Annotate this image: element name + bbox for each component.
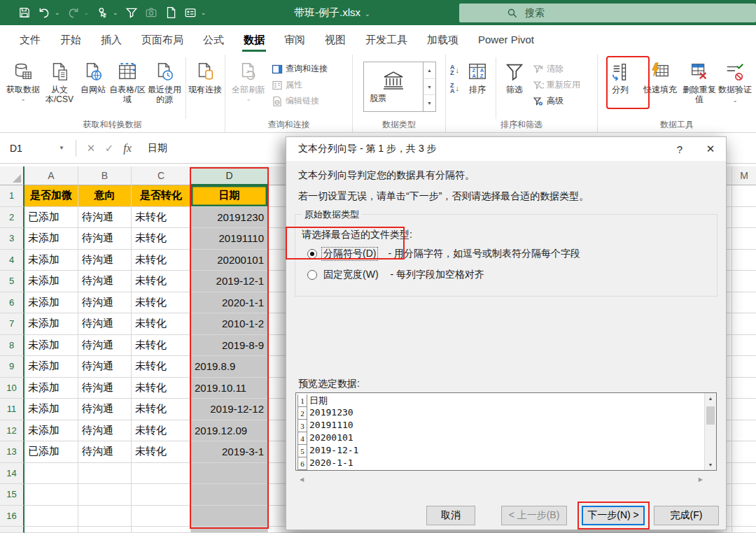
delimited-radio[interactable] [307,249,317,259]
cell-col-b[interactable]: 待沟通 [78,207,132,229]
col-header-d-selected[interactable]: D [191,166,268,185]
cell-col-c[interactable]: 未转化 [132,356,191,378]
cell[interactable] [732,313,756,335]
cell-col-a[interactable] [24,484,78,506]
cell-col-b[interactable]: 待沟通 [78,399,132,420]
cell-col-a[interactable]: 未添加 [24,356,78,378]
form-icon[interactable] [184,6,197,19]
tab-power-pivot[interactable]: Power Pivot [468,25,544,55]
cell[interactable] [732,356,756,378]
cell-col-b[interactable] [78,484,132,506]
cell-col-c[interactable]: 未转化 [132,399,191,420]
col-header-m[interactable]: M [732,166,756,185]
cell[interactable] [732,271,756,292]
gallery-up-icon[interactable]: ▲ [424,62,435,79]
cell-col-a[interactable]: 未添加 [24,378,78,399]
cell-col-b[interactable]: 待沟通 [78,356,132,378]
tab-page-layout[interactable]: 页面布局 [132,25,193,55]
tab-file[interactable]: 文件 [10,25,50,55]
data-validation-button[interactable]: 数据验证 ⌄ [717,57,753,106]
name-box[interactable]: D1▼ [3,138,70,158]
cell-c1[interactable]: 是否转化 [132,185,191,207]
cell[interactable] [732,527,756,533]
select-all-corner[interactable] [0,166,24,185]
remove-duplicates-button[interactable]: 删除重复值 [682,57,717,104]
cell-col-d-selected[interactable] [191,506,268,527]
get-data-button[interactable]: 获取数据⌄ [4,57,42,104]
cell-col-c[interactable] [132,463,191,485]
cell-col-d-selected[interactable] [191,484,268,506]
cell-col-d-selected[interactable] [191,527,268,533]
undo-dropdown-icon[interactable]: ⌄ [55,9,60,16]
new-document-icon[interactable] [164,6,177,19]
touch-mode-icon[interactable] [96,6,108,19]
queries-connections-button[interactable]: 查询和连接 [272,63,328,75]
col-header-b[interactable]: B [78,166,132,185]
row-header[interactable]: 16 [0,506,24,527]
cell-col-a[interactable] [24,463,78,485]
help-icon[interactable]: ? [664,137,695,161]
close-icon[interactable]: ✕ [695,137,726,161]
row-header[interactable]: 6 [0,292,24,314]
cell-col-d-selected[interactable]: 2019-8-9 [191,335,268,357]
sort-button[interactable]: ZAAZ 排序 [462,57,493,94]
search-box[interactable]: 搜索 [459,3,756,22]
cell-col-c[interactable]: 未转化 [132,313,191,335]
cell[interactable] [24,527,78,533]
cell-col-a[interactable]: 未添加 [24,292,78,314]
tab-addins[interactable]: 加载项 [417,25,468,55]
cell-col-b[interactable]: 待沟通 [78,313,132,335]
cell-col-c[interactable] [132,506,191,527]
tab-home[interactable]: 开始 [50,25,91,55]
cell-col-d-selected[interactable]: 2019-3-1 [191,441,268,463]
tab-view[interactable]: 视图 [315,25,356,55]
cancel-button[interactable]: 取消 [426,506,475,525]
save-icon[interactable] [18,6,31,19]
tab-insert[interactable]: 插入 [91,25,132,55]
cell-col-b[interactable] [78,506,132,527]
cell-col-a[interactable]: 已添加 [24,441,78,463]
cell-col-b[interactable] [78,463,132,485]
cell-col-a[interactable]: 未添加 [24,250,78,271]
cell-col-d-selected[interactable]: 20200101 [191,250,268,271]
cell-col-a[interactable]: 已添加 [24,207,78,229]
cell-col-a[interactable]: 未添加 [24,335,78,357]
cell-col-b[interactable]: 待沟通 [78,441,132,463]
gallery-down-icon[interactable]: ▼ [424,79,435,96]
filter-button[interactable]: 筛选 [499,57,530,94]
cell-col-c[interactable]: 未转化 [132,228,191,250]
advanced-filter-button[interactable]: 高级 [533,95,580,107]
preview-horizontal-scrollbar[interactable]: ◀ ▶ [295,472,717,486]
cell-col-c[interactable]: 未转化 [132,250,191,271]
cell-col-b[interactable]: 待沟通 [78,378,132,399]
row-header[interactable]: 3 [0,228,24,250]
cell[interactable] [732,420,756,442]
cell[interactable] [732,506,756,527]
row-header[interactable]: 15 [0,484,24,506]
tab-developer[interactable]: 开发工具 [356,25,417,55]
cell[interactable] [732,335,756,357]
row-header[interactable]: 5 [0,271,24,292]
cell-col-c[interactable]: 未转化 [132,292,191,314]
scroll-up-icon[interactable]: ▲ [705,393,716,404]
cell-col-a[interactable]: 未添加 [24,420,78,442]
cell-col-b[interactable]: 待沟通 [78,228,132,250]
from-table-range-button[interactable]: 自表格/区域 [109,57,146,104]
cell-col-a[interactable]: 未添加 [24,271,78,292]
row-header[interactable]: 8 [0,335,24,357]
cell-col-d-selected[interactable]: 2019-12-12 [191,399,268,420]
cell-col-c[interactable]: 未转化 [132,441,191,463]
cell-col-b[interactable]: 待沟通 [78,271,132,292]
fixed-width-radio[interactable] [307,270,317,280]
undo-icon[interactable] [38,6,50,19]
row-header[interactable]: 14 [0,463,24,485]
cell-col-b[interactable]: 待沟通 [78,292,132,314]
cell-col-d-selected[interactable]: 2019.12.09 [191,420,268,442]
cell[interactable] [132,527,191,533]
cell[interactable] [732,250,756,271]
row-header[interactable]: 9 [0,356,24,378]
row-header[interactable]: 11 [0,399,24,420]
next-button[interactable]: 下一步(N) > [582,506,645,525]
cell-col-d-selected[interactable]: 2019-12-1 [191,271,268,292]
row-header[interactable]: 13 [0,441,24,463]
